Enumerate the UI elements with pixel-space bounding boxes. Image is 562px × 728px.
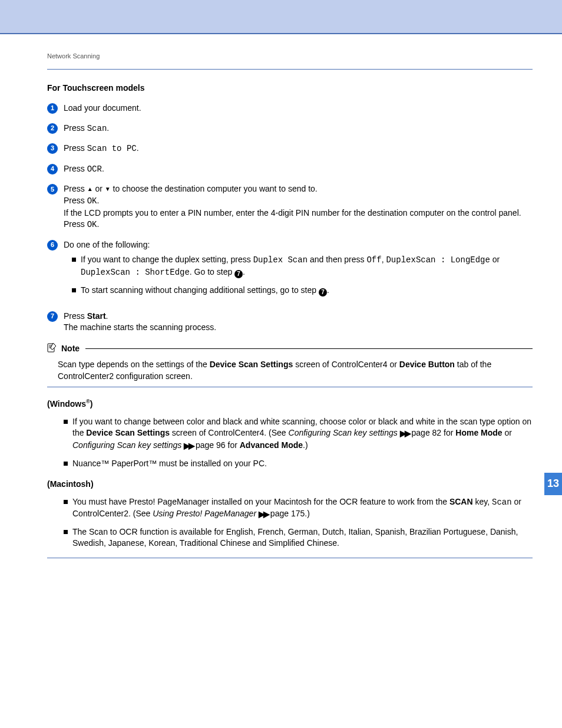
step-body: Press Start. The machine starts the scan… [64,311,533,334]
note-rule [85,348,533,349]
step-6: 6 Do one of the following: If you want t… [47,239,533,302]
registered-icon: ® [86,398,90,404]
text: or [93,184,105,193]
section-heading: For Touchscreen models [47,83,533,94]
note-pencil-icon [47,342,58,356]
text: The Scan to OCR function is available fo… [72,526,533,549]
step-number-icon: 3 [47,143,58,154]
note-block: Note Scan type depends on the settings o… [47,342,533,388]
bullet-item: If you want to change the duplex setting… [72,254,533,278]
breadcrumb: Network Scanning [47,52,533,61]
text: You must have Presto! PageManager instal… [72,497,449,506]
text: . Go to step [190,267,234,276]
square-bullet-icon [64,500,68,504]
mono-text: Off [366,255,381,265]
mono-text: DuplexScan : LongEdge [386,255,490,265]
header-bar [0,0,562,34]
heading-rule [47,69,533,70]
bullet-item: The Scan to OCR function is available fo… [64,526,533,549]
mono-text: OCR [87,164,102,174]
bullet-item: To start scanning without changing addit… [72,285,533,297]
double-arrow-icon: ▶▶ [259,509,268,519]
macintosh-heading: (Macintosh) [47,479,533,490]
text: To start scanning without changing addit… [81,285,319,295]
bold-text: Start [87,311,106,321]
note-title: Note [61,343,80,355]
text: Press [64,123,87,133]
double-arrow-icon: ▶▶ [184,441,193,450]
windows-heading: (Windows®) [47,398,533,410]
page-content: Network Scanning For Touchscreen models … [0,40,562,570]
text: or [503,428,512,437]
bullet-item: You must have Presto! PageManager instal… [64,496,533,521]
bold-text: Device Scan Settings [210,360,293,369]
text: The machine starts the scanning process. [64,322,216,332]
italic-text: Configuring Scan key settings [289,428,398,437]
text: Press [64,143,87,153]
text: If the LCD prompts you to enter a PIN nu… [64,208,521,218]
section-bottom-rule [47,558,533,558]
chapter-tab: 13 [544,473,562,495]
text: page 82 for [409,428,456,437]
text: Press [64,164,87,173]
text: Scan type depends on the settings of the [58,360,210,369]
bold-text: SCAN [449,497,473,506]
step-number-icon: 5 [47,184,58,195]
step-number-icon: 1 [47,103,58,114]
bullet-item: Nuance™ PaperPort™ must be installed on … [64,458,533,470]
square-bullet-icon [64,420,68,424]
square-bullet-icon [64,530,68,534]
text: to choose the destination computer you w… [111,184,318,193]
step-2: 2 Press Scan. [47,123,533,135]
step-ref-icon: 7 [234,270,243,278]
italic-text: Configuring Scan key settings [72,440,181,450]
step-ref-icon: 7 [319,288,327,297]
step-1: 1 Load your document. [47,103,533,114]
bold-text: Advanced Mode [240,440,303,450]
double-arrow-icon: ▶▶ [400,429,409,438]
text: screen of ControlCenter4. (See [170,428,289,437]
mono-text: OK [87,220,97,229]
text: .) [303,440,308,450]
text: and then press [308,255,366,264]
square-bullet-icon [72,288,76,292]
text: If you want to change the duplex setting… [81,255,253,264]
italic-text: Using Presto! PageManager [153,509,256,518]
text: Press [64,219,87,229]
square-bullet-icon [64,462,68,466]
bold-text: Device Button [399,360,455,369]
text: page 96 for [193,440,240,450]
mono-text: Duplex Scan [253,255,308,265]
step-number-icon: 6 [47,240,58,251]
note-bottom-rule [47,387,533,387]
step-number-icon: 2 [47,123,58,134]
step-7: 7 Press Start. The machine starts the sc… [47,311,533,334]
text: screen of ControlCenter4 or [293,360,399,369]
mono-text: Scan [87,124,107,133]
step-number-icon: 7 [47,311,58,322]
step-5: 5 Press ▲ or ▼ to choose the destination… [47,183,533,230]
step-4: 4 Press OCR. [47,163,533,176]
text: Press [64,196,87,205]
text: page 175.) [268,509,310,518]
bullet-item: If you want to change between color and … [64,416,533,452]
up-arrow-icon: ▲ [87,186,93,192]
mono-text: DuplexScan : ShortEdge [81,268,190,277]
step-body: Press ▲ or ▼ to choose the destination c… [64,183,533,230]
step-body: Press OCR. [64,163,533,176]
step-number-icon: 4 [47,164,58,174]
square-bullet-icon [72,258,76,262]
text: Press [64,184,87,193]
down-arrow-icon: ▼ [105,186,111,192]
text: Do one of the following: [64,240,150,249]
step-body: Do one of the following: If you want to … [64,239,533,302]
bold-text: Device Scan Settings [86,428,170,437]
note-body: Scan type depends on the settings of the… [58,359,533,382]
mono-text: OK [87,196,97,206]
step-body: Press Scan. [64,123,533,135]
bold-text: Home Mode [455,428,502,437]
step-body: Press Scan to PC. [64,143,533,155]
mono-text: Scan to PC [87,144,137,153]
text: Press [64,311,87,321]
text: or [490,255,500,264]
